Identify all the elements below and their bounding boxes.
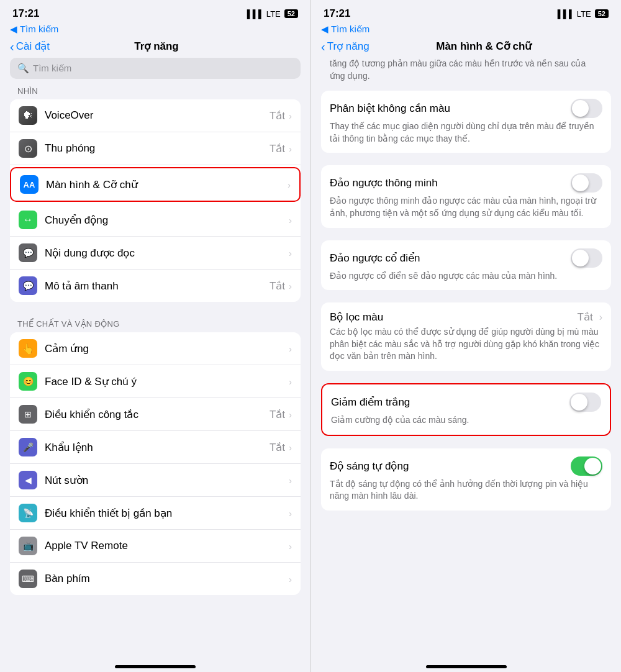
dao-nguoc-co-dien-toggle[interactable] bbox=[571, 248, 602, 268]
bo-loc-mau-desc: Các bộ lọc màu có thể được sử dụng để gi… bbox=[330, 326, 602, 363]
audiodesc-label: Mô tả âm thanh bbox=[45, 279, 270, 293]
search-bar-left[interactable]: 🔍 Tìm kiếm bbox=[10, 58, 301, 79]
chevron-right-icon: › bbox=[289, 343, 292, 354]
nhin-list: 🗣 VoiceOver Tắt › ⊙ Thu phóng Tắt › AA bbox=[10, 99, 301, 302]
bo-loc-mau-row: Bộ lọc màu Tắt › bbox=[330, 311, 602, 324]
right-scroll: tăng độ tương phản màu giữa các màu hền … bbox=[311, 58, 621, 653]
faceid-icon: 😊 bbox=[19, 372, 37, 391]
chevron-right-icon: › bbox=[289, 111, 292, 121]
status-time-right: 17:21 bbox=[324, 7, 350, 20]
chevron-right-icon: › bbox=[289, 409, 292, 420]
voicecontrol-value: Tắt bbox=[270, 441, 285, 454]
back-label-right: Trợ năng bbox=[327, 40, 369, 53]
zoom-icon: ⊙ bbox=[19, 139, 37, 158]
status-icons-right: ▌▌▌ LTE 52 bbox=[558, 9, 609, 19]
list-item[interactable]: 💬 Mô tả âm thanh Tắt › bbox=[10, 270, 301, 302]
keyboard-icon: ⌨ bbox=[19, 570, 37, 588]
chevron-left-icon: ‹ bbox=[10, 40, 14, 53]
voiceover-label: VoiceOver bbox=[45, 109, 270, 122]
spoken-icon: 💬 bbox=[19, 243, 37, 262]
nearbydevices-icon: 📡 bbox=[19, 504, 37, 522]
list-item[interactable]: ⊙ Thu phóng Tắt › bbox=[10, 132, 301, 165]
dao-nguoc-thong-minh-toggle[interactable] bbox=[571, 173, 602, 193]
keyboard-label: Bàn phím bbox=[45, 573, 289, 585]
spoken-label: Nội dung được đọc bbox=[45, 247, 289, 260]
home-bar-left bbox=[115, 665, 196, 668]
list-item[interactable]: 📡 Điều khiển thiết bị gần bạn › bbox=[10, 497, 301, 530]
sidebutton-label: Nút sườn bbox=[45, 474, 289, 487]
phan-biet-title: Phân biệt không cần màu bbox=[330, 102, 450, 115]
switch-icon: ⊞ bbox=[19, 405, 37, 424]
phan-biet-desc: Thay thế các mục giao diện người dùng ch… bbox=[330, 120, 602, 145]
zoom-label: Thu phóng bbox=[45, 142, 270, 155]
giam-diem-trang-toggle[interactable] bbox=[569, 393, 601, 412]
touch-label: Cảm ứng bbox=[45, 342, 289, 355]
list-item: Phân biệt không cần màu Thay thế các mục… bbox=[321, 91, 611, 153]
giam-diem-trang-desc: Giảm cường độ của các màu sáng. bbox=[331, 414, 601, 427]
appletv-icon: 📺 bbox=[19, 537, 37, 555]
nav-bar-right: ‹ Trợ năng Màn hình & Cỡ chữ bbox=[311, 37, 621, 58]
the-chat-list: 👆 Cảm ứng › 😊 Face ID & Sự chú ý › ⊞ Điề… bbox=[10, 332, 301, 595]
chevron-right-icon: › bbox=[289, 143, 292, 154]
phan-biet-section: Phân biệt không cần màu Thay thế các mục… bbox=[321, 91, 611, 153]
sidebutton-icon: ◀ bbox=[19, 471, 37, 489]
phan-biet-toggle[interactable] bbox=[571, 99, 602, 118]
search-icon-left: 🔍 bbox=[17, 63, 29, 74]
list-item[interactable]: 🎤 Khẩu lệnh Tắt › bbox=[10, 431, 301, 464]
phan-biet-row: Phân biệt không cần màu bbox=[330, 99, 602, 118]
dao-nguoc-thong-minh-desc: Đảo ngược thông minh đảo ngược các màu c… bbox=[330, 195, 602, 219]
list-item[interactable]: ⌨ Bàn phím › bbox=[10, 563, 301, 595]
list-item: Đảo ngược thông minh Đảo ngược thông min… bbox=[321, 165, 611, 227]
status-bar-right: 17:21 ▌▌▌ LTE 52 bbox=[311, 0, 621, 24]
home-indicator-left bbox=[0, 653, 310, 672]
chevron-right-icon: › bbox=[289, 248, 292, 258]
scroll-content-left: 🔍 Tìm kiếm NHÌN 🗣 VoiceOver Tắt › ⊙ Thu … bbox=[0, 58, 310, 653]
list-item[interactable]: Bộ lọc màu Tắt › Các bộ lọc màu có thể đ… bbox=[321, 302, 611, 371]
search-link-right[interactable]: ◀ Tìm kiếm bbox=[321, 24, 369, 35]
left-panel: 17:21 ▌▌▌ LTE 52 ◀ Tìm kiếm ‹ Cài đặt Tr… bbox=[0, 0, 310, 672]
list-item: Giảm điểm trắng Giảm cường độ của các mà… bbox=[322, 384, 610, 435]
status-icons-left: ▌▌▌ LTE 52 bbox=[247, 9, 298, 19]
chevron-right-icon: › bbox=[289, 475, 292, 486]
bo-loc-mau-section: Bộ lọc màu Tắt › Các bộ lọc màu có thể đ… bbox=[321, 302, 611, 371]
do-sang-tu-dong-row: Độ sáng tự động bbox=[330, 456, 602, 476]
dao-nguoc-thong-minh-section: Đảo ngược thông minh Đảo ngược thông min… bbox=[321, 165, 611, 227]
display-icon: AA bbox=[20, 175, 39, 194]
list-item[interactable]: ⊞ Điều khiển công tắc Tắt › bbox=[10, 398, 301, 431]
list-item[interactable]: ↔ Chuyển động › bbox=[10, 204, 301, 237]
switch-value: Tắt bbox=[270, 408, 285, 421]
audiodesc-icon: 💬 bbox=[19, 276, 37, 295]
search-link-left[interactable]: ◀ Tìm kiếm bbox=[10, 24, 58, 35]
motion-label: Chuyển động bbox=[45, 214, 289, 227]
chevron-back-icon-right: ‹ bbox=[321, 40, 325, 53]
list-item[interactable]: 😊 Face ID & Sự chú ý › bbox=[10, 365, 301, 398]
do-sang-tu-dong-toggle[interactable] bbox=[571, 456, 602, 476]
list-item[interactable]: AA Màn hình & Cỡ chữ › bbox=[10, 167, 301, 202]
search-placeholder-left: Tìm kiếm bbox=[33, 63, 71, 74]
back-button-left[interactable]: ‹ Cài đặt bbox=[10, 40, 50, 53]
dao-nguoc-thong-minh-row: Đảo ngược thông minh bbox=[330, 173, 602, 193]
back-button-right[interactable]: ‹ Trợ năng bbox=[321, 40, 369, 53]
section-nhin-label: NHÌN bbox=[0, 86, 310, 99]
touch-icon: 👆 bbox=[19, 339, 37, 358]
nearbydevices-label: Điều khiển thiết bị gần bạn bbox=[45, 507, 289, 520]
back-label-left: Cài đặt bbox=[16, 40, 50, 53]
home-bar-right bbox=[426, 665, 507, 668]
dao-nguoc-co-dien-section: Đảo ngược cổ điển Đảo ngược cổ điển sẽ đ… bbox=[321, 240, 611, 291]
chevron-right-icon: › bbox=[289, 541, 292, 552]
section-the-chat-label: THỂ CHẤT VÀ VẬN ĐỘNG bbox=[0, 319, 310, 332]
list-item[interactable]: 💬 Nội dung được đọc › bbox=[10, 237, 301, 270]
bo-loc-mau-controls: Tắt › bbox=[578, 311, 602, 324]
dao-nguoc-thong-minh-title: Đảo ngược thông minh bbox=[330, 176, 438, 189]
list-item[interactable]: ◀ Nút sườn › bbox=[10, 464, 301, 497]
chevron-right-icon: › bbox=[289, 281, 292, 291]
chevron-right-icon: › bbox=[289, 442, 292, 453]
do-sang-tu-dong-section: Độ sáng tự động Tắt độ sáng tự động có t… bbox=[321, 448, 611, 511]
list-item[interactable]: 📺 Apple TV Remote › bbox=[10, 530, 301, 563]
chevron-right-icon: › bbox=[289, 574, 292, 584]
do-sang-tu-dong-desc: Tắt độ sáng tự động có thể ảnh hưởng đến… bbox=[330, 478, 602, 502]
list-item[interactable]: 👆 Cảm ứng › bbox=[10, 332, 301, 365]
list-item[interactable]: 🗣 VoiceOver Tắt › bbox=[10, 99, 301, 132]
chevron-right-icon: › bbox=[289, 376, 292, 387]
home-indicator-right bbox=[311, 653, 621, 672]
